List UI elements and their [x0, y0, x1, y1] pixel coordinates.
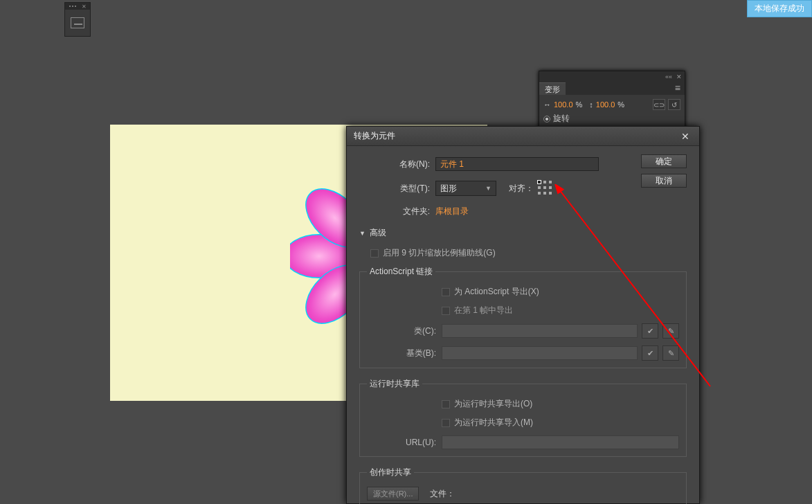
nine-slice-label: 启用 9 切片缩放比例辅助线(G)	[383, 247, 496, 259]
base-check-button[interactable]: ✔	[642, 345, 658, 361]
width-arrow-icon: ↔	[543, 100, 551, 109]
runtime-fieldset: 运行时共享库 为运行时共享导出(O) 为运行时共享导入(M) URL(U):	[359, 378, 687, 457]
panel-header: «« ✕	[539, 71, 685, 82]
collapse-icon[interactable]: ««	[665, 73, 672, 80]
transform-panel: «« ✕ 变形 ≡ ↔ 100.0 % ↕ 100.0 % ⊂⊃ ↺ 旋转	[539, 71, 685, 134]
name-input[interactable]	[435, 157, 599, 171]
class-label: 类(C):	[367, 325, 442, 337]
class-edit-button[interactable]: ✎	[662, 323, 679, 339]
disclosure-triangle-icon: ▼	[359, 230, 366, 237]
runtime-export-checkbox[interactable]	[442, 400, 450, 408]
panel-menu-icon[interactable]: ≡	[671, 82, 685, 95]
name-label: 名称(N):	[359, 159, 435, 170]
class-input	[442, 324, 638, 338]
thumbnail-body	[65, 10, 90, 36]
runtime-import-checkbox[interactable]	[442, 419, 450, 427]
link-scale-button[interactable]: ⊂⊃	[653, 99, 665, 110]
monitor-icon	[71, 17, 84, 28]
advanced-disclosure[interactable]: ▼ 高级	[359, 227, 687, 239]
folder-label: 文件夹:	[359, 206, 435, 217]
class-check-button[interactable]: ✔	[642, 323, 658, 339]
width-percent: %	[576, 100, 583, 109]
close-icon[interactable]: ✕	[678, 131, 692, 142]
url-input	[442, 435, 679, 449]
folder-link[interactable]: 库根目录	[435, 206, 469, 217]
thumbnail-header: ✕	[65, 3, 90, 10]
actionscript-legend: ActionScript 链接	[367, 266, 435, 278]
align-label: 对齐：	[509, 183, 534, 195]
height-arrow-icon: ↕	[589, 100, 593, 109]
authoring-legend: 创作时共享	[367, 467, 414, 478]
base-edit-button[interactable]: ✎	[662, 345, 679, 361]
ok-button[interactable]: 确定	[641, 154, 687, 168]
height-percent: %	[617, 100, 624, 109]
dialog-title: 转换为元件	[354, 130, 395, 142]
source-file-button[interactable]: 源文件(R)...	[367, 487, 419, 501]
rotate-radio[interactable]	[543, 116, 550, 123]
convert-to-symbol-dialog: 转换为元件 ✕ 确定 取消 名称(N): 类型(T): 图形 ▼ 对齐： 文	[346, 126, 700, 504]
export-frame1-checkbox[interactable]	[442, 307, 450, 315]
export-as-label: 为 ActionScript 导出(X)	[454, 286, 539, 298]
url-label: URL(U):	[367, 438, 442, 447]
runtime-import-label: 为运行时共享导入(M)	[454, 417, 533, 429]
close-icon[interactable]: ✕	[676, 73, 682, 80]
close-icon[interactable]: ✕	[82, 3, 87, 10]
advanced-label: 高级	[370, 227, 386, 239]
cancel-button[interactable]: 取消	[641, 174, 687, 188]
rotate-label: 旋转	[553, 113, 570, 125]
registration-grid[interactable]	[538, 181, 553, 196]
scene-thumbnail[interactable]: ✕	[64, 2, 91, 37]
dialog-titlebar[interactable]: 转换为元件 ✕	[347, 127, 699, 146]
width-scale[interactable]: 100.0	[554, 100, 573, 109]
file-label: 文件：	[430, 488, 455, 500]
reset-scale-button[interactable]: ↺	[668, 99, 680, 110]
runtime-export-label: 为运行时共享导出(O)	[454, 398, 532, 410]
export-frame1-label: 在第 1 帧中导出	[454, 305, 513, 316]
export-as-checkbox[interactable]	[442, 288, 450, 296]
base-input	[442, 346, 638, 360]
authoring-fieldset: 创作时共享 源文件(R)... 文件： 元件(S)... 元件名称：	[359, 467, 687, 504]
nine-slice-checkbox[interactable]	[370, 249, 379, 258]
chevron-down-icon: ▼	[485, 185, 491, 192]
runtime-legend: 运行时共享库	[367, 378, 422, 390]
type-value: 图形	[440, 183, 457, 195]
actionscript-fieldset: ActionScript 链接 为 ActionScript 导出(X) 在第 …	[359, 266, 687, 368]
save-toast: 本地保存成功	[747, 0, 812, 17]
base-label: 基类(B):	[367, 348, 442, 359]
height-scale[interactable]: 100.0	[596, 100, 615, 109]
type-select[interactable]: 图形 ▼	[435, 181, 496, 196]
transform-tab[interactable]: 变形	[539, 82, 566, 95]
type-label: 类型(T):	[359, 183, 435, 195]
